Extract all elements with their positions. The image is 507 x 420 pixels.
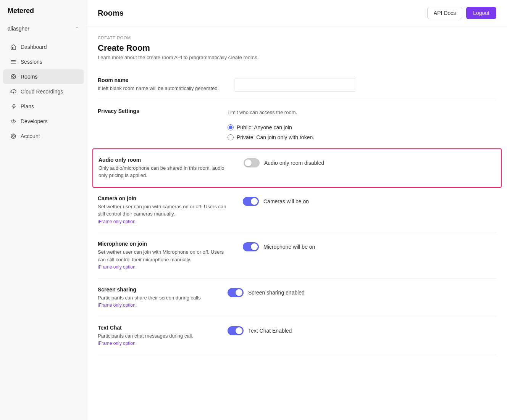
camera-label-col: Camera on join Set wether user can join … xyxy=(98,195,228,225)
toggle-knob xyxy=(251,243,258,250)
svg-rect-0 xyxy=(12,47,13,49)
screen-sharing-control: Screen sharing enabled xyxy=(228,286,496,297)
svg-rect-1 xyxy=(11,60,16,61)
breadcrumb: CREATE ROOM xyxy=(98,35,496,40)
text-chat-toggle-label: Text Chat Enabled xyxy=(248,328,292,334)
screen-sharing-toggle-label: Screen sharing enabled xyxy=(248,290,305,296)
camera-row: Camera on join Set wether user can join … xyxy=(98,188,496,233)
room-name-label-col: Room name If left blank room name will b… xyxy=(98,77,219,92)
audio-only-control: Audio only room disabled xyxy=(244,157,496,167)
camera-iframe-note: iFrame only option. xyxy=(98,219,137,224)
privacy-private-label: Private: Can join only with token. xyxy=(237,134,314,140)
section-title: Create Room xyxy=(98,43,496,53)
rooms-icon xyxy=(10,73,17,80)
microphone-toggle-label: Microphone will be on xyxy=(263,244,315,250)
microphone-label: Microphone on join xyxy=(98,241,228,247)
screen-sharing-label-col: Screen sharing Participants can share th… xyxy=(98,286,212,309)
camera-toggle-label: Cameras will be on xyxy=(263,198,309,204)
microphone-toggle[interactable] xyxy=(243,242,259,251)
sidebar-item-account[interactable]: Account xyxy=(3,129,84,143)
room-name-desc: If left blank room name will be automati… xyxy=(98,85,219,92)
screen-sharing-iframe-note: iFrame only option. xyxy=(98,303,137,308)
audio-only-toggle[interactable] xyxy=(244,158,260,167)
sessions-icon xyxy=(10,58,17,65)
microphone-desc: Set wether user can join with Microphone… xyxy=(98,248,228,271)
text-chat-toggle[interactable] xyxy=(228,326,244,335)
text-chat-label-col: Text Chat Participants can chat messages… xyxy=(98,325,212,347)
audio-only-desc: Only audio/microphone can be shared in t… xyxy=(98,164,228,179)
toggle-slider xyxy=(243,242,259,251)
svg-point-5 xyxy=(13,76,14,77)
sidebar-item-label: Dashboard xyxy=(21,44,47,50)
audio-only-label-col: Audio only room Only audio/microphone ca… xyxy=(98,157,228,179)
sidebar-nav: Dashboard Sessions Rooms Cloud Recording… xyxy=(0,38,87,420)
sidebar-item-cloud-recordings[interactable]: Cloud Recordings xyxy=(3,84,84,99)
sidebar: Metered aliasgher ⌃ Dashboard Sessions R… xyxy=(0,0,87,420)
developers-icon xyxy=(10,118,17,125)
svg-rect-2 xyxy=(11,62,16,63)
audio-only-label: Audio only room xyxy=(98,157,228,163)
privacy-control: Limit who can access the room. Public: A… xyxy=(228,108,496,140)
text-chat-label: Text Chat xyxy=(98,325,212,331)
screen-sharing-toggle[interactable] xyxy=(228,288,244,297)
camera-toggle[interactable] xyxy=(243,197,259,206)
microphone-iframe-note: iFrame only option. xyxy=(98,264,137,270)
header-actions: API Docs Logout xyxy=(427,7,496,19)
cloud-icon xyxy=(10,88,17,95)
page-title: Rooms xyxy=(98,9,124,18)
audio-only-row: Audio only room Only audio/microphone ca… xyxy=(92,148,502,188)
toggle-slider xyxy=(244,158,260,167)
sidebar-item-label: Developers xyxy=(21,118,48,124)
main-content: Rooms API Docs Logout CREATE ROOM Create… xyxy=(87,0,507,420)
screen-sharing-label: Screen sharing xyxy=(98,286,212,293)
sidebar-item-plans[interactable]: Plans xyxy=(3,99,84,114)
app-logo: Metered xyxy=(0,0,87,22)
text-chat-control: Text Chat Enabled xyxy=(228,325,496,335)
sidebar-item-dashboard[interactable]: Dashboard xyxy=(3,40,84,54)
svg-line-10 xyxy=(13,119,14,123)
toggle-knob xyxy=(245,159,252,166)
privacy-private-option[interactable]: Private: Can join only with token. xyxy=(228,134,314,140)
privacy-public-radio[interactable] xyxy=(228,124,234,130)
lightning-icon xyxy=(10,103,17,110)
sidebar-item-label: Cloud Recordings xyxy=(21,89,63,95)
user-menu[interactable]: aliasgher ⌃ xyxy=(0,22,87,38)
room-name-label: Room name xyxy=(98,77,219,83)
privacy-desc: Limit who can access the room. xyxy=(228,109,297,115)
camera-control: Cameras will be on xyxy=(243,195,496,206)
microphone-label-col: Microphone on join Set wether user can j… xyxy=(98,241,228,271)
camera-label: Camera on join xyxy=(98,195,228,201)
svg-point-12 xyxy=(13,135,15,137)
section-subtitle: Learn more about the create room API to … xyxy=(98,55,496,60)
logout-button[interactable]: Logout xyxy=(466,7,496,19)
home-icon xyxy=(10,43,17,50)
privacy-public-option[interactable]: Public: Anyone can join xyxy=(228,124,314,130)
privacy-label: Privacy Settings xyxy=(98,108,212,114)
sidebar-item-rooms[interactable]: Rooms xyxy=(3,69,84,84)
privacy-private-radio[interactable] xyxy=(228,134,234,140)
room-name-control xyxy=(234,77,496,92)
privacy-label-col: Privacy Settings xyxy=(98,108,212,116)
api-docs-button[interactable]: API Docs xyxy=(427,7,462,19)
toggle-slider xyxy=(228,326,244,335)
text-chat-row: Text Chat Participants can chat messages… xyxy=(98,317,496,355)
sidebar-item-label: Plans xyxy=(21,103,34,109)
toggle-knob xyxy=(251,198,258,205)
room-name-input[interactable] xyxy=(234,79,356,92)
privacy-radio-group: Public: Anyone can join Private: Can joi… xyxy=(228,124,314,140)
text-chat-desc: Participants can chat messages during ca… xyxy=(98,332,212,347)
sidebar-item-developers[interactable]: Developers xyxy=(3,114,84,129)
toggle-knob xyxy=(236,327,242,334)
chevron-icon: ⌃ xyxy=(75,26,79,31)
toggle-knob xyxy=(236,289,242,296)
room-name-row: Room name If left blank room name will b… xyxy=(98,69,496,100)
sidebar-item-sessions[interactable]: Sessions xyxy=(3,55,84,69)
page-header: Rooms API Docs Logout xyxy=(87,0,507,26)
svg-rect-3 xyxy=(11,63,16,64)
toggle-slider xyxy=(228,288,244,297)
sidebar-item-label: Sessions xyxy=(21,59,42,65)
sidebar-item-label: Account xyxy=(21,133,40,139)
microphone-control: Microphone will be on xyxy=(243,241,496,251)
username: aliasgher xyxy=(8,26,29,32)
camera-desc: Set wether user can join with cameras on… xyxy=(98,203,228,225)
